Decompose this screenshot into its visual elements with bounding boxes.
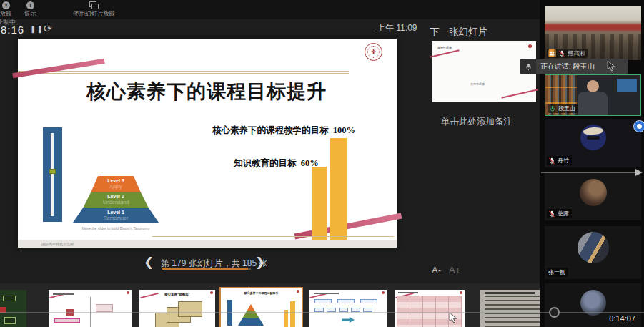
slide-title: 核心素养下的课程目标提升 [86, 79, 327, 104]
video-tile[interactable]: 总露 [545, 172, 641, 220]
participant-label: 丹竹 [547, 156, 572, 165]
video-tile[interactable]: 丹竹 [545, 119, 641, 167]
thumb-title: 核心素养“两概念” [139, 293, 215, 296]
participant-label: 熊高湘 [547, 49, 588, 58]
next-slide-thumb-title: 选择性必修 [437, 46, 452, 49]
filmstrip-slide-thumbnail[interactable]: 核心素养“两概念” [139, 290, 215, 327]
slide-footer-text: 国际高中特色示范校 [41, 242, 74, 246]
next-slide-thumb-text: 启用节必修 [470, 82, 485, 86]
recorded-cursor-icon [607, 60, 616, 72]
avatar [580, 125, 606, 150]
thumb-title: 核心素养下的课程目标提升 [221, 291, 302, 295]
presenter-view-screen: ✕ 放映 i 提示 使用幻灯片放映 录制中 8:16 ❚❚ ⟳ 上午 11:09… [0, 0, 644, 327]
slide-ribbon-top-left [12, 59, 104, 78]
avatar [578, 232, 609, 263]
mic-muted-icon [558, 50, 565, 57]
slide-ribbon-bottom-right [294, 213, 402, 240]
participant-name: 段玉山 [558, 104, 575, 112]
speaking-toast-text: 正在讲话: 段玉山 [540, 62, 595, 72]
playback-elapsed-time: 0:14:07 [609, 314, 635, 323]
filmstrip-slide-thumbnail[interactable] [309, 290, 387, 327]
pyramid-caption: Move the slider to build Bloom's Taxonom… [44, 226, 187, 230]
previous-slide-button[interactable]: ❮ [144, 255, 154, 270]
pause-timer-icon[interactable]: ❚❚ [30, 25, 44, 33]
display-icon [89, 1, 99, 9]
deck-progress-fill [162, 268, 248, 270]
mic-muted-icon [548, 157, 555, 165]
thumb-ribbon [430, 49, 459, 57]
meeting-room-icon [548, 49, 556, 57]
bar-label-100: 核心素养下的课程教学的目标 100% [212, 125, 355, 137]
notes-font-increase-button[interactable]: A+ [449, 265, 460, 275]
participant-name: 张一帆 [548, 268, 565, 276]
reset-timer-icon[interactable]: ⟳ [44, 23, 52, 34]
meeting-video-sidebar: 熊高湘 段玉山 丹竹 [540, 0, 644, 327]
participant-label: 段玉山 [548, 104, 578, 113]
tips-label: 提示 [24, 10, 36, 19]
slide-deco-line [18, 73, 349, 74]
clock: 上午 11:09 [377, 22, 417, 34]
participant-name: 熊高湘 [568, 49, 585, 57]
slide-footer-band: 国际高中特色示范校 [18, 240, 397, 248]
avatar [580, 179, 607, 206]
filmstrip-slide-thumbnail[interactable] [49, 290, 132, 327]
participant-label: 总露 [547, 209, 572, 218]
end-show-button[interactable]: ✕ 放映 [0, 1, 12, 19]
participant-name: 总露 [558, 210, 569, 218]
playback-progress-bar[interactable] [0, 312, 644, 313]
university-seal-icon: ✤ [365, 43, 382, 61]
mic-icon [520, 59, 536, 74]
filmstrip-slide-thumbnail-selected[interactable]: 核心素养下的课程目标提升 [219, 287, 303, 327]
mouse-cursor-icon [449, 312, 458, 324]
slider-knob [49, 169, 56, 174]
bloom-pyramid: Level 3 Apply Level 2 Understand Level 1… [66, 176, 165, 223]
bloom-slider [43, 127, 62, 222]
screen-in-video [616, 78, 638, 92]
bar-knowledge-goal [312, 167, 327, 246]
pyramid-level-2: Level 2 Understand [66, 192, 165, 208]
thumb-seal-icon [528, 44, 532, 48]
video-tile-room[interactable]: 熊高湘 [545, 6, 641, 60]
video-tile[interactable]: 0:14:07 [545, 283, 641, 327]
close-icon: ✕ [2, 1, 10, 9]
next-slide-heading: 下一张幻灯片 [430, 26, 487, 39]
next-slide-button[interactable]: ❯ [255, 255, 265, 270]
mic-active-icon [549, 105, 556, 112]
thumb-ribbon [501, 89, 538, 99]
bar-label-60: 知识教育的目标 60% [234, 157, 319, 170]
use-slideshow-label: 使用幻灯片放映 [73, 10, 116, 19]
participant-name: 丹竹 [558, 157, 569, 165]
participant-label: 张一帆 [547, 268, 568, 277]
video-tile-active-speaker[interactable]: 段玉山 [545, 74, 641, 116]
playback-scrubber-handle[interactable] [549, 307, 560, 318]
slide-deco-line [18, 71, 349, 72]
slider-track [51, 133, 54, 216]
reaction-badge[interactable] [633, 120, 644, 132]
notes-font-decrease-button[interactable]: A- [432, 265, 441, 275]
pyramid-level-1: Level 1 Remember [66, 208, 165, 223]
mic-muted-icon [548, 210, 555, 218]
use-slideshow-button[interactable]: 使用幻灯片放映 [73, 1, 116, 19]
notes-placeholder[interactable]: 单击此处添加备注 [441, 116, 512, 128]
current-slide: ✤ 核心素养下的课程目标提升 Level 3 Apply Level 2 Und… [18, 39, 397, 248]
presentation-timer: 8:16 [1, 24, 24, 36]
video-tile[interactable]: 张一帆 [545, 226, 641, 279]
pyramid-level-3: Level 3 Apply [66, 176, 165, 192]
participants-scroll-arrow-icon[interactable] [541, 169, 643, 176]
deck-progress-bar [162, 268, 251, 270]
info-icon: i [26, 1, 34, 9]
tips-button[interactable]: i 提示 [24, 1, 36, 19]
slide-deco-line [152, 236, 394, 237]
bar-core-competency-goal [330, 138, 347, 246]
filmstrip-slide-thumbnail[interactable] [0, 290, 26, 327]
